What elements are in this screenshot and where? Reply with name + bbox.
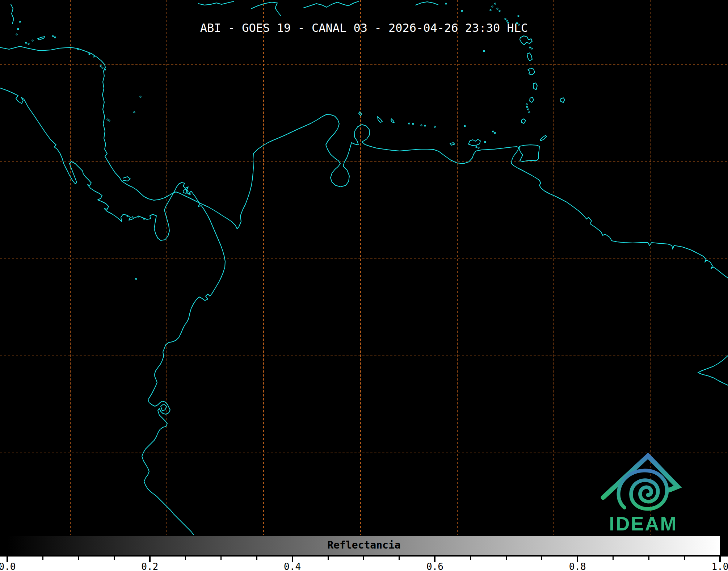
colorbar-tick-label: 0.8 (569, 561, 586, 571)
island-dot (495, 3, 496, 4)
coastlines-layer (0, 1, 728, 535)
coastline-bocas-islets (123, 177, 130, 181)
coastline-trinidad (519, 145, 539, 161)
colorbar-label: Reflectancia (0, 539, 728, 551)
colorbar-minor-tick (506, 557, 507, 560)
satellite-image-panel: IDEAM ABI - GOES 19 - CANAL 03 - 2026-04… (0, 0, 728, 571)
coastline-dominican-south-coast (303, 1, 358, 8)
colorbar-minor-tick (185, 557, 186, 560)
island-dot (408, 123, 410, 124)
colorbar-minor-tick (256, 557, 257, 560)
coastline-st-lucia (533, 83, 537, 90)
colorbar-minor-tick (78, 557, 79, 560)
colorbar-minor-tick (470, 557, 471, 560)
coastline-tobago (540, 135, 547, 141)
island-dot (526, 104, 527, 105)
colorbar-tick-label: 1.0 (712, 561, 728, 571)
coastline-jamaica-south-coast (198, 1, 233, 5)
island-dot (100, 65, 101, 67)
island-dot (412, 123, 414, 125)
ideam-logo: IDEAM (603, 456, 678, 534)
island-dot (445, 3, 447, 4)
island-dot (529, 112, 530, 113)
island-dot (424, 125, 426, 126)
colorbar-tick-label: 0.6 (426, 561, 443, 571)
island-dot (104, 69, 106, 70)
island-dot (102, 67, 103, 68)
island-dot (421, 125, 422, 126)
coastline-caribbean-mainland-coast (0, 46, 728, 278)
island-dot (505, 18, 506, 20)
colorbar-minor-tick (363, 557, 364, 560)
island-dot (478, 147, 479, 148)
map-canvas: IDEAM (0, 0, 728, 535)
island-dot (518, 15, 519, 17)
graticule-grid (0, 0, 728, 535)
coastline-grenada (521, 119, 526, 123)
island-dot (484, 141, 486, 143)
island-dot (497, 8, 498, 9)
colorbar-minor-tick (328, 557, 329, 560)
island-dot (499, 10, 500, 12)
colorbar-minor-tick (541, 557, 542, 560)
coastline-margarita (468, 139, 480, 146)
island-dot (483, 50, 485, 52)
colorbar-minor-tick (399, 557, 400, 560)
island-dot (527, 109, 529, 110)
coastline-barbados (561, 98, 565, 102)
island-dot (134, 112, 135, 113)
island-dot (189, 193, 190, 195)
island-dot (109, 120, 110, 121)
island-dot (464, 125, 466, 127)
colorbar-tick-label: 0.4 (284, 561, 301, 571)
ideam-logo-text: IDEAM (609, 513, 678, 534)
island-dot (529, 47, 531, 48)
coastline-curacao (378, 117, 382, 122)
coastline-puerto-rico-south-coast (416, 2, 438, 5)
coastline-pacific-coast (0, 88, 225, 535)
colorbar-tick-label: 0.0 (0, 561, 16, 571)
colorbar-minor-tick (684, 557, 685, 560)
island-dot (140, 96, 141, 97)
island-dot (132, 217, 133, 218)
island-dot (492, 6, 493, 7)
island-dot (494, 132, 496, 134)
island-dot (28, 43, 29, 45)
island-dot (25, 42, 27, 43)
coastline-la-tortuga (450, 143, 455, 145)
island-dot (77, 49, 79, 50)
colorbar-minor-tick (220, 557, 222, 560)
coastline-roatan (38, 37, 45, 40)
coastline-bonaire (391, 119, 394, 123)
coastline-st-vincent (530, 97, 534, 102)
coastline-martinique (528, 68, 535, 75)
coastline-aruba (359, 112, 362, 116)
colorbar-minor-tick (613, 557, 614, 560)
colorbar-minor-tick (648, 557, 649, 560)
colorbar-tick-label: 0.2 (141, 561, 158, 571)
island-dot (52, 35, 54, 37)
coastline-haiti-tiburon (251, 2, 281, 16)
island-dot (107, 119, 108, 120)
island-dot (143, 218, 145, 219)
coastline-dominica (527, 53, 532, 61)
island-dot (434, 126, 435, 127)
island-dot (93, 56, 94, 57)
coastline-amazon-mouth-coast (698, 356, 728, 385)
island-dot (526, 106, 528, 108)
island-dot (490, 9, 491, 11)
island-dot (531, 48, 533, 49)
colorbar-minor-tick (42, 557, 43, 560)
island-dot (89, 53, 90, 55)
colorbar-minor-tick (114, 557, 115, 560)
cyclone-spiral-icon (619, 471, 667, 509)
coastline-puna-island (161, 404, 167, 411)
image-title: ABI - GOES 19 - CANAL 03 - 2026-04-26 23… (0, 21, 728, 35)
island-dot (492, 131, 494, 132)
island-dot (135, 278, 137, 280)
island-dot (461, 10, 463, 12)
island-dot (476, 146, 477, 148)
island-dot (54, 37, 56, 38)
island-dot (32, 40, 33, 41)
coastline-guadeloupe (520, 36, 532, 45)
